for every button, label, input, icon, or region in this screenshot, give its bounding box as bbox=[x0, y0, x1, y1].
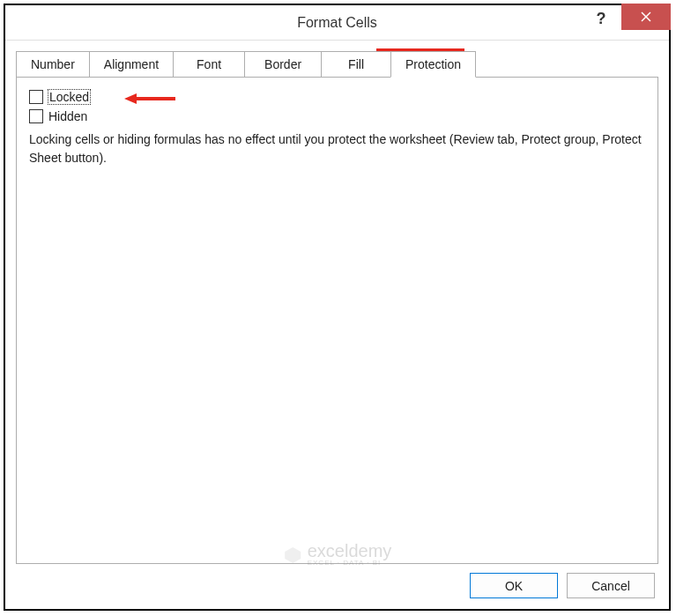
locked-checkbox[interactable] bbox=[29, 90, 43, 104]
ok-button[interactable]: OK bbox=[470, 573, 558, 598]
close-icon bbox=[640, 11, 652, 23]
cancel-button[interactable]: Cancel bbox=[567, 573, 655, 598]
hidden-row: Hidden bbox=[29, 109, 645, 123]
tab-border[interactable]: Border bbox=[244, 51, 322, 78]
tab-alignment[interactable]: Alignment bbox=[89, 51, 174, 78]
title-bar: Format Cells ? bbox=[5, 5, 669, 41]
tab-protection[interactable]: Protection bbox=[390, 51, 476, 78]
help-button[interactable]: ? bbox=[581, 5, 621, 32]
title-controls: ? bbox=[581, 5, 669, 41]
svg-marker-3 bbox=[124, 93, 137, 104]
button-row: OK Cancel bbox=[16, 564, 658, 598]
tab-strip: Number Alignment Font Border Fill Protec… bbox=[16, 51, 658, 78]
arrow-icon bbox=[124, 92, 177, 108]
info-text: Locking cells or hiding formulas has no … bbox=[29, 130, 645, 167]
hidden-checkbox[interactable] bbox=[29, 109, 43, 123]
locked-row: Locked bbox=[29, 90, 645, 104]
close-button[interactable] bbox=[621, 4, 671, 30]
tab-fill[interactable]: Fill bbox=[321, 51, 391, 78]
tab-panel-protection: Locked Hidden Locking cells or hiding fo… bbox=[16, 77, 658, 564]
dialog-body: Number Alignment Font Border Fill Protec… bbox=[5, 41, 669, 609]
tab-number[interactable]: Number bbox=[16, 51, 90, 78]
dialog-window: Format Cells ? Number Alignment Font Bor… bbox=[4, 4, 671, 611]
hidden-label[interactable]: Hidden bbox=[48, 109, 87, 123]
dialog-title: Format Cells bbox=[297, 15, 377, 31]
locked-label[interactable]: Locked bbox=[48, 90, 90, 104]
tab-font[interactable]: Font bbox=[173, 51, 245, 78]
